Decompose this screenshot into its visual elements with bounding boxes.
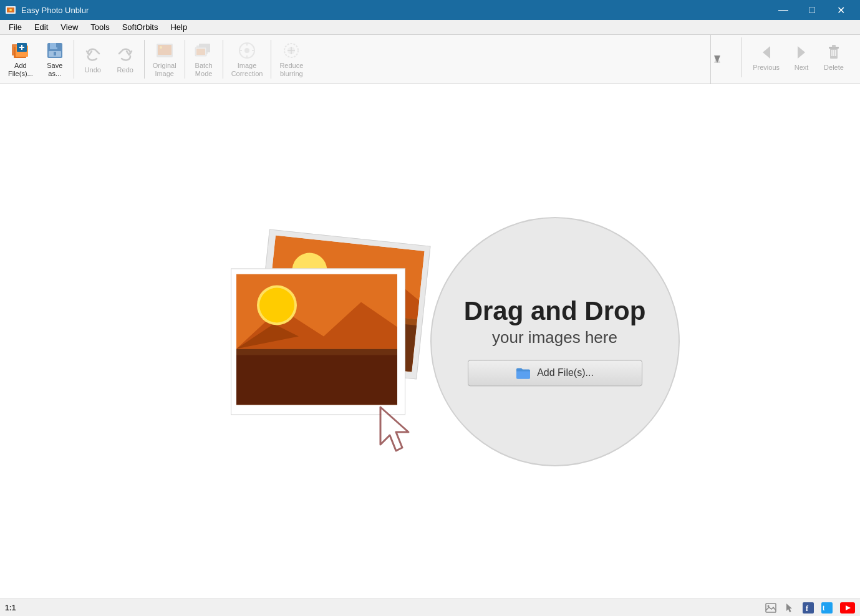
previous-label: Previous: [753, 64, 780, 72]
toolbar-right: Previous Next: [742, 37, 850, 77]
cursor-illustration: [374, 404, 418, 460]
circle-content: Drag and Drop your images here Add File(…: [455, 297, 655, 386]
delete-icon: [824, 42, 844, 62]
svg-rect-20: [196, 49, 205, 55]
title-bar-left: Easy Photo Unblur: [5, 4, 89, 16]
svg-marker-53: [380, 407, 408, 451]
menu-help[interactable]: Help: [164, 21, 193, 33]
next-label: Next: [795, 64, 809, 72]
previous-icon: [756, 42, 776, 62]
status-bar: 1:1 f t: [0, 599, 860, 616]
svg-point-2: [9, 9, 12, 11]
save-as-icon: [45, 41, 65, 60]
svg-point-55: [768, 605, 770, 607]
app-icon: [5, 4, 16, 16]
svg-marker-56: [786, 604, 792, 612]
main-window: Easy Photo Unblur — □ ✕ File Edit View T…: [0, 0, 860, 616]
toolbar-sep-4: [223, 40, 223, 79]
title-bar: Easy Photo Unblur — □ ✕: [0, 0, 860, 20]
redo-icon: [115, 45, 135, 65]
toolbar-sep-1: [74, 40, 74, 79]
add-files-icon: [11, 41, 31, 60]
title-bar-controls: — □ ✕: [769, 0, 855, 20]
close-button[interactable]: ✕: [826, 0, 855, 20]
menu-softorbits[interactable]: SoftOrbits: [116, 21, 165, 33]
undo-toolbar-button: Undo: [77, 37, 109, 81]
drag-drop-subtext: your images here: [455, 328, 655, 347]
svg-point-26: [244, 48, 249, 53]
svg-point-16: [160, 46, 162, 49]
toolbar-sep-3: [185, 40, 185, 79]
add-files-drop-button[interactable]: Add File(s)...: [468, 360, 642, 386]
undo-label: Undo: [85, 66, 101, 74]
delete-label: Delete: [824, 64, 844, 72]
next-icon: [791, 42, 811, 62]
batch-mode-toolbar-button: BatchMode: [188, 37, 220, 81]
svg-rect-11: [56, 43, 60, 47]
add-files-drop-label: Add File(s)...: [537, 367, 594, 378]
save-as-label: Saveas...: [47, 62, 62, 78]
folder-icon: [516, 367, 531, 379]
landscape-front-svg: [236, 274, 397, 405]
zoom-level: 1:1: [5, 604, 16, 612]
status-cursor-icon: [784, 602, 795, 614]
image-correction-label: ImageCorrection: [231, 62, 263, 78]
status-right: f t: [765, 602, 855, 614]
add-files-toolbar-button[interactable]: AddFile(s)...: [2, 37, 39, 81]
menu-view[interactable]: View: [54, 21, 84, 33]
reduce-blurring-label: Reduceblurring: [279, 62, 303, 78]
svg-rect-57: [803, 602, 814, 614]
batch-mode-icon: [194, 41, 214, 60]
status-image-icon: [765, 602, 776, 614]
reduce-blurring-toolbar-button: Reduceblurring: [274, 37, 309, 81]
photo-stack: [231, 268, 405, 415]
reduce-blurring-icon: [281, 41, 301, 60]
illustration-area: Drag and Drop your images here Add File(…: [181, 186, 680, 498]
svg-marker-34: [798, 46, 805, 59]
undo-icon: [83, 45, 103, 65]
menu-edit[interactable]: Edit: [28, 21, 54, 33]
svg-point-52: [259, 287, 294, 322]
toolbar-sep-5: [271, 40, 271, 79]
image-correction-toolbar-button: ImageCorrection: [226, 37, 269, 81]
batch-mode-label: BatchMode: [195, 62, 213, 78]
original-image-label: OriginalImage: [153, 62, 176, 78]
svg-rect-13: [54, 52, 56, 55]
save-as-toolbar-button[interactable]: Saveas...: [39, 37, 71, 81]
minimize-button[interactable]: —: [769, 0, 798, 20]
svg-rect-37: [832, 45, 836, 47]
toolbar: AddFile(s)... Saveas...: [0, 35, 860, 84]
delete-toolbar-button: Delete: [818, 37, 850, 77]
photo-front-wrapper: [231, 268, 405, 415]
menu-bar: File Edit View Tools SoftOrbits Help: [0, 20, 860, 35]
status-youtube-icon: [840, 602, 855, 614]
add-files-label: AddFile(s)...: [8, 62, 33, 78]
status-twitter-icon: t: [821, 602, 833, 614]
menu-file[interactable]: File: [2, 21, 28, 33]
drag-drop-text: Drag and Drop: [455, 297, 655, 325]
svg-rect-48: [236, 355, 397, 405]
main-content: Drag and Drop your images here Add File(…: [0, 84, 860, 599]
toolbar-sep-2: [144, 40, 145, 79]
svg-rect-15: [158, 45, 172, 55]
original-image-toolbar-button: OriginalImage: [147, 37, 182, 81]
image-correction-icon: [237, 41, 257, 60]
menu-tools[interactable]: Tools: [84, 21, 115, 33]
original-image-icon: [155, 41, 175, 60]
next-toolbar-button: Next: [785, 37, 818, 77]
toolbar-scroll-button[interactable]: [710, 35, 723, 84]
redo-toolbar-button: Redo: [109, 37, 142, 81]
maximize-button[interactable]: □: [798, 0, 826, 20]
status-social-icon: f: [803, 602, 814, 614]
svg-marker-33: [763, 46, 770, 59]
app-title: Easy Photo Unblur: [21, 6, 89, 15]
previous-toolbar-button: Previous: [747, 37, 785, 77]
redo-label: Redo: [117, 66, 133, 74]
circle-overlay: Drag and Drop your images here Add File(…: [430, 217, 680, 466]
